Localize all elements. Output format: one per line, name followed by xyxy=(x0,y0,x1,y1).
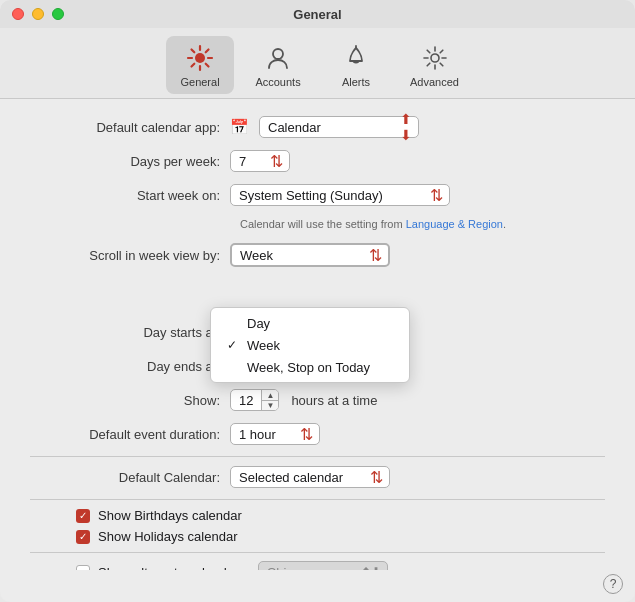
start-week-arrow: ⇅ xyxy=(430,186,443,205)
hours-stepper-arrows: ▲ ▼ xyxy=(262,390,278,410)
default-calendar-arrow: ⇅ xyxy=(370,468,383,487)
content-area: Default calendar app: 📅 Calendar ⬆⬇ Days… xyxy=(0,99,635,570)
advanced-icon xyxy=(419,42,451,74)
svg-line-19 xyxy=(440,50,443,53)
alternate-calendar-row: Show alternate calendar: Chinese ⬆⬇ xyxy=(30,561,605,570)
scroll-select[interactable]: Week ⇅ xyxy=(230,243,390,267)
accounts-icon xyxy=(262,42,294,74)
alternate-label: Show alternate calendar: xyxy=(98,565,242,570)
days-per-week-text: 7 xyxy=(239,154,246,169)
svg-line-20 xyxy=(427,63,430,66)
help-button[interactable]: ? xyxy=(603,574,623,594)
alerts-icon xyxy=(340,42,372,74)
birthdays-checkbox[interactable]: ✓ xyxy=(76,509,90,523)
window-controls xyxy=(12,8,64,20)
holidays-checkbox[interactable]: ✓ xyxy=(76,530,90,544)
start-week-label: Start week on: xyxy=(30,188,230,203)
svg-point-0 xyxy=(195,53,205,63)
info-suffix: . xyxy=(503,218,506,230)
default-calendar-app-label: Default calendar app: xyxy=(30,120,230,135)
dropdown-item-day[interactable]: Day xyxy=(211,312,409,334)
scroll-label: Scroll in week view by: xyxy=(30,248,230,263)
days-per-week-row: Days per week: 7 ⇅ xyxy=(30,149,605,173)
birthdays-row: ✓ Show Birthdays calendar xyxy=(30,508,605,523)
day-check xyxy=(227,316,243,330)
close-button[interactable] xyxy=(12,8,24,20)
event-duration-label: Default event duration: xyxy=(30,427,230,442)
toolbar-item-advanced[interactable]: Advanced xyxy=(400,36,469,94)
default-calendar-app-value: 📅 Calendar ⬆⬇ xyxy=(230,116,419,138)
week-stop-check xyxy=(227,360,243,374)
holidays-row: ✓ Show Holidays calendar xyxy=(30,529,605,544)
default-calendar-app-select[interactable]: Calendar ⬆⬇ xyxy=(259,116,419,138)
start-week-row: Start week on: System Setting (Sunday) ⇅ xyxy=(30,183,605,207)
dropdown-item-week-stop[interactable]: Week, Stop on Today xyxy=(211,356,409,378)
event-duration-row: Default event duration: 1 hour ⇅ xyxy=(30,422,605,446)
toolbar-item-general[interactable]: General xyxy=(166,36,234,94)
dropdown-item-week[interactable]: ✓ Week xyxy=(211,334,409,356)
birthdays-check: ✓ xyxy=(79,510,87,521)
section-separator-3 xyxy=(30,552,605,553)
day-label: Day xyxy=(247,316,270,331)
hours-stepper[interactable]: 12 ▲ ▼ xyxy=(230,389,279,411)
language-region-link[interactable]: Language & Region xyxy=(406,218,503,230)
day-ends-label: Day ends at: xyxy=(30,359,230,374)
calendar-emoji: 📅 xyxy=(230,118,249,136)
scroll-value: Week ⇅ xyxy=(230,243,390,267)
start-week-select[interactable]: System Setting (Sunday) ⇅ xyxy=(230,184,450,206)
default-calendar-app-text: Calendar xyxy=(268,120,321,135)
week-label: Week xyxy=(247,338,280,353)
toolbar-item-accounts[interactable]: Accounts xyxy=(244,36,312,94)
days-per-week-label: Days per week: xyxy=(30,154,230,169)
window-title: General xyxy=(293,7,341,22)
general-label: General xyxy=(180,76,219,88)
title-bar: General xyxy=(0,0,635,28)
svg-point-9 xyxy=(273,49,283,59)
svg-line-17 xyxy=(427,50,430,53)
advanced-label: Advanced xyxy=(410,76,459,88)
event-duration-arrow: ⇅ xyxy=(300,425,313,444)
svg-line-8 xyxy=(192,64,195,67)
general-icon xyxy=(184,42,216,74)
info-prefix: Calendar will use the setting from xyxy=(240,218,406,230)
week-stop-label: Week, Stop on Today xyxy=(247,360,370,375)
hours-stepper-down[interactable]: ▼ xyxy=(262,401,278,411)
week-check: ✓ xyxy=(227,338,243,352)
hours-stepper-value: 12 xyxy=(231,390,262,410)
scroll-dropdown: Day ✓ Week Week, Stop on Today xyxy=(210,307,410,383)
alt-arrow: ⬆⬇ xyxy=(361,565,381,570)
start-week-value: System Setting (Sunday) ⇅ xyxy=(230,184,450,206)
scroll-text: Week xyxy=(240,248,273,263)
alternate-checkbox[interactable] xyxy=(76,565,90,570)
toolbar-item-alerts[interactable]: Alerts xyxy=(322,36,390,94)
day-starts-label: Day starts at: xyxy=(30,325,230,340)
show-hours-row: Show: 12 ▲ ▼ hours at a time xyxy=(30,388,605,412)
default-calendar-text: Selected calendar xyxy=(239,470,343,485)
hours-stepper-up[interactable]: ▲ xyxy=(262,390,278,401)
days-per-week-select[interactable]: 7 ⇅ xyxy=(230,150,290,172)
section-separator-2 xyxy=(30,499,605,500)
alerts-label: Alerts xyxy=(342,76,370,88)
scroll-arrow: ⇅ xyxy=(369,246,382,265)
svg-line-5 xyxy=(192,50,195,53)
svg-point-12 xyxy=(431,54,439,62)
default-calendar-value: Selected calendar ⇅ xyxy=(230,466,390,488)
minimize-button[interactable] xyxy=(32,8,44,20)
event-duration-select[interactable]: 1 hour ⇅ xyxy=(230,423,320,445)
maximize-button[interactable] xyxy=(52,8,64,20)
days-per-week-value: 7 ⇅ xyxy=(230,150,290,172)
show-hours-value: 12 ▲ ▼ hours at a time xyxy=(230,389,377,411)
alternate-calendar-text: Chinese xyxy=(267,565,315,570)
info-text: Calendar will use the setting from Langu… xyxy=(30,217,605,232)
default-calendar-select[interactable]: Selected calendar ⇅ xyxy=(230,466,390,488)
event-duration-value: 1 hour ⇅ xyxy=(230,423,320,445)
svg-line-6 xyxy=(206,64,209,67)
accounts-label: Accounts xyxy=(255,76,300,88)
alternate-calendar-select[interactable]: Chinese ⬆⬇ xyxy=(258,561,388,570)
start-week-text: System Setting (Sunday) xyxy=(239,188,383,203)
svg-line-18 xyxy=(440,63,443,66)
event-duration-text: 1 hour xyxy=(239,427,276,442)
birthdays-label: Show Birthdays calendar xyxy=(98,508,242,523)
bottom-bar: ? xyxy=(0,570,635,602)
default-calendar-label: Default Calendar: xyxy=(30,470,230,485)
